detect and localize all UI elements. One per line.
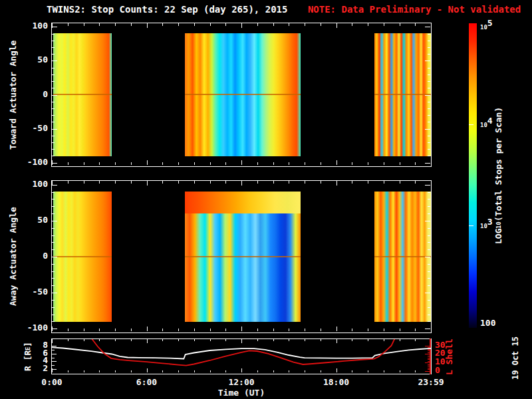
x-tick bbox=[84, 181, 84, 184]
x-tick bbox=[289, 23, 289, 26]
colorbar-tick-label: 100 bbox=[480, 319, 505, 328]
y-tick bbox=[52, 192, 55, 193]
heatmap-segment-toward-1 bbox=[185, 33, 301, 156]
heatmap-hot-band bbox=[185, 192, 301, 213]
x-tick bbox=[415, 181, 416, 184]
heatmap-segment-away-1 bbox=[185, 192, 301, 322]
x-tick bbox=[321, 162, 321, 165]
x-tick bbox=[431, 181, 432, 186]
y-tick bbox=[428, 285, 430, 286]
l-shell-curve bbox=[90, 339, 395, 366]
y-tick bbox=[428, 108, 430, 109]
colorbar-tick-exp: 5 bbox=[487, 18, 493, 28]
x-tick bbox=[84, 162, 84, 165]
x-tick bbox=[210, 329, 211, 331]
heatmap-segment-toward-0 bbox=[53, 33, 112, 156]
x-tick bbox=[131, 181, 132, 184]
y-tick bbox=[428, 68, 430, 68]
x-tick bbox=[68, 23, 68, 26]
y-tick bbox=[52, 249, 55, 250]
y-tick bbox=[52, 257, 57, 257]
y-tick-label: 0 bbox=[21, 251, 48, 261]
y-tick bbox=[52, 27, 57, 27]
colorbar-tick-exp: 3 bbox=[487, 217, 493, 227]
x-tick bbox=[336, 23, 337, 28]
y-tick bbox=[428, 41, 430, 41]
x-tick bbox=[273, 181, 274, 184]
x-tick bbox=[273, 329, 274, 331]
x-tick bbox=[99, 329, 100, 331]
y-tick bbox=[428, 321, 430, 322]
y-tick bbox=[425, 129, 430, 130]
x-tick bbox=[289, 181, 289, 184]
x-tick bbox=[400, 162, 400, 165]
l-tick-label: 0 bbox=[435, 366, 455, 375]
x-tick bbox=[194, 162, 195, 165]
y-tick-label: 100 bbox=[21, 21, 48, 31]
plot-title: TWINS2: Stop Counts: 22 Sep (day 265), 2… bbox=[47, 4, 287, 15]
y-tick bbox=[52, 264, 55, 265]
x-tick bbox=[131, 162, 132, 165]
away-panel-ylabel: Away Actuator Angle bbox=[8, 181, 18, 332]
x-tick bbox=[99, 162, 100, 165]
y-tick bbox=[428, 136, 430, 136]
y-tick bbox=[428, 34, 430, 35]
y-tick bbox=[428, 81, 430, 82]
title-bar: TWINS2: Stop Counts: 22 Sep (day 265), 2… bbox=[47, 4, 521, 15]
y-tick bbox=[52, 163, 57, 164]
x-tick bbox=[431, 368, 432, 372]
x-tick bbox=[384, 23, 384, 26]
zero-angle-line bbox=[53, 94, 112, 95]
x-tick bbox=[115, 329, 116, 331]
x-tick bbox=[257, 23, 258, 26]
x-tick bbox=[147, 327, 148, 331]
y-tick bbox=[425, 293, 430, 293]
x-tick bbox=[257, 329, 258, 331]
y-tick bbox=[428, 315, 430, 315]
y-tick bbox=[428, 235, 430, 236]
y-tick bbox=[52, 74, 55, 75]
y-tick bbox=[425, 185, 430, 186]
y-tick bbox=[428, 149, 430, 150]
y-tick-label: -50 bbox=[21, 287, 48, 297]
y-tick bbox=[52, 61, 57, 61]
y-tick bbox=[52, 34, 55, 35]
x-tick bbox=[336, 160, 337, 165]
x-tick bbox=[84, 329, 84, 331]
x-tick bbox=[225, 162, 226, 165]
x-tick bbox=[147, 160, 148, 165]
y-tick bbox=[428, 300, 430, 301]
colorbar-tick-base: 10 bbox=[480, 24, 487, 31]
x-tick bbox=[241, 327, 242, 331]
x-tick bbox=[368, 162, 368, 165]
x-tick bbox=[321, 181, 321, 184]
x-tick bbox=[99, 23, 100, 26]
x-tick bbox=[178, 23, 179, 26]
x-tick bbox=[368, 181, 368, 184]
y-tick bbox=[425, 221, 430, 221]
r-tick-label: 2 bbox=[21, 364, 48, 373]
y-tick bbox=[428, 249, 430, 250]
y-tick bbox=[425, 257, 430, 257]
y-tick bbox=[428, 47, 430, 48]
x-tick bbox=[162, 329, 163, 331]
colorbar-tick-exp: 4 bbox=[487, 116, 493, 126]
y-tick bbox=[52, 47, 55, 48]
y-tick bbox=[428, 142, 430, 143]
x-tick bbox=[289, 329, 289, 331]
y-tick bbox=[428, 307, 430, 308]
x-tick bbox=[210, 23, 211, 26]
x-tick bbox=[431, 327, 432, 331]
x-tick bbox=[400, 329, 400, 331]
y-tick bbox=[428, 278, 430, 279]
colorbar-tick bbox=[469, 225, 473, 226]
y-tick-label: 100 bbox=[21, 180, 48, 189]
y-tick bbox=[52, 278, 55, 279]
y-tick bbox=[428, 271, 430, 272]
y-tick bbox=[428, 88, 430, 88]
x-tick-label: 23:59 bbox=[408, 378, 454, 387]
heatmap-segment-toward-2 bbox=[374, 33, 432, 156]
x-tick bbox=[352, 329, 352, 331]
x-tick bbox=[241, 23, 242, 28]
y-tick-label: 0 bbox=[21, 90, 48, 99]
